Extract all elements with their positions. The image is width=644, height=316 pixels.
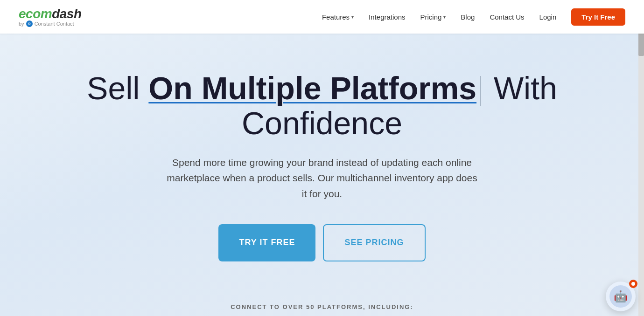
nav-cta-button[interactable]: Try It Free <box>571 8 625 26</box>
hero-subtext: Spend more time growing your brand inste… <box>163 155 481 202</box>
logo-mdash: dash <box>52 7 81 21</box>
logo-subtitle: by © Constant Contact <box>19 21 74 27</box>
logo-text: ecomdash <box>19 7 82 21</box>
navbar: ecomdash by © Constant Contact Features … <box>0 0 644 34</box>
see-pricing-button[interactable]: SEE PRICING <box>323 224 425 261</box>
nav-link-contact[interactable]: Contact Us <box>490 13 524 21</box>
features-chevron-icon: ▾ <box>351 14 354 20</box>
constant-contact-icon: © <box>26 21 33 27</box>
nav-links: Features ▾ Integrations Pricing ▾ Blog C… <box>322 8 625 26</box>
nav-item-login[interactable]: Login <box>539 13 557 21</box>
nav-link-pricing[interactable]: Pricing ▾ <box>420 13 446 21</box>
chatbot-badge-dot <box>631 282 635 286</box>
constant-contact-label: Constant Contact <box>35 21 74 27</box>
nav-item-integrations[interactable]: Integrations <box>369 13 405 21</box>
try-it-free-button[interactable]: TRY IT FREE <box>218 224 315 261</box>
logo-by: by <box>19 21 24 27</box>
nav-item-try-free[interactable]: Try It Free <box>571 8 625 26</box>
hero-section: Sell On Multiple Platforms With Confiden… <box>0 34 644 316</box>
nav-link-integrations[interactable]: Integrations <box>369 13 405 21</box>
nav-item-contact[interactable]: Contact Us <box>490 13 524 21</box>
pricing-chevron-icon: ▾ <box>443 14 446 20</box>
hero-heading: Sell On Multiple Platforms With Confiden… <box>65 71 579 141</box>
chatbot-notification-badge <box>629 280 637 288</box>
heading-separator <box>480 76 481 106</box>
chatbot-icon: 🤖 <box>609 285 632 308</box>
logo-eco: ecom <box>19 7 52 21</box>
nav-item-pricing[interactable]: Pricing ▾ <box>420 13 446 21</box>
logo[interactable]: ecomdash by © Constant Contact <box>19 7 82 27</box>
connect-label: CONNECT TO OVER 50 PLATFORMS, INCLUDING: <box>231 303 413 310</box>
nav-link-blog[interactable]: Blog <box>461 13 475 21</box>
hero-heading-part1: Sell <box>87 70 148 106</box>
nav-link-login[interactable]: Login <box>539 13 557 21</box>
hero-buttons: TRY IT FREE SEE PRICING <box>218 224 425 261</box>
nav-link-features[interactable]: Features ▾ <box>322 13 354 21</box>
scrollbar-track[interactable] <box>638 0 644 316</box>
chatbot-widget[interactable]: 🤖 <box>606 282 636 311</box>
nav-item-blog[interactable]: Blog <box>461 13 475 21</box>
hero-heading-highlight: On Multiple Platforms <box>148 70 476 106</box>
nav-item-features[interactable]: Features ▾ <box>322 13 354 21</box>
